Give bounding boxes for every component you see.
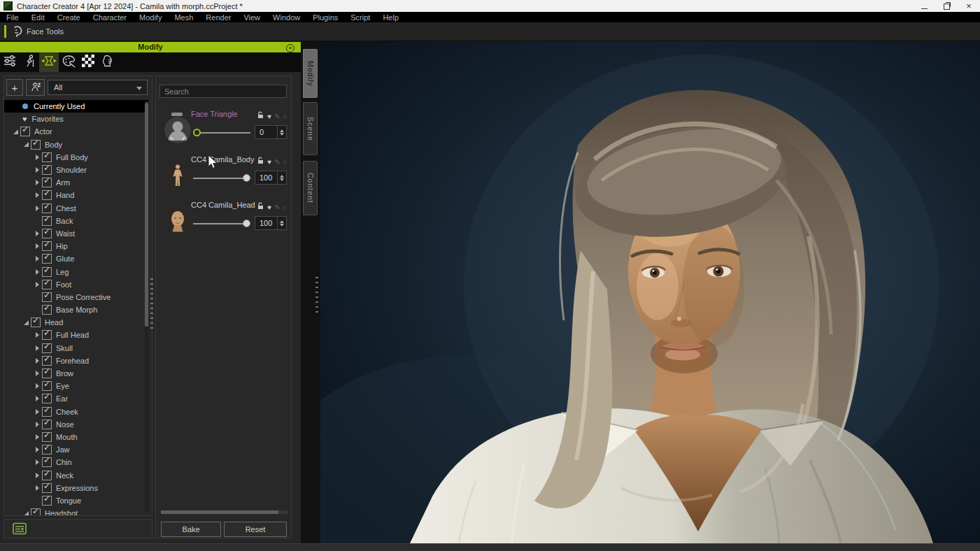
- tree-item-forehead[interactable]: Forehead: [4, 355, 148, 367]
- reset-circle-icon[interactable]: ○: [283, 155, 287, 167]
- menu-file[interactable]: File: [0, 13, 25, 22]
- expander-icon[interactable]: [32, 167, 42, 173]
- expander-icon[interactable]: [32, 358, 42, 364]
- value-spinner[interactable]: [277, 171, 286, 184]
- checkbox[interactable]: [31, 140, 41, 150]
- morph-slider-thumb[interactable]: [193, 129, 201, 136]
- expander-icon[interactable]: [32, 332, 42, 338]
- menu-character[interactable]: Character: [87, 13, 133, 22]
- checkbox[interactable]: [42, 330, 52, 340]
- checkbox[interactable]: [42, 471, 52, 480]
- tree-item-skull[interactable]: Skull: [4, 342, 148, 355]
- tree-item-mouth[interactable]: Mouth: [4, 431, 148, 443]
- expander-icon[interactable]: [32, 396, 42, 401]
- tree-scrollbar-thumb[interactable]: [145, 103, 148, 327]
- morph-slider-name[interactable]: Face Triangle: [191, 110, 238, 118]
- expander-icon[interactable]: [32, 282, 42, 287]
- tree-item-hand[interactable]: Hand: [4, 189, 148, 201]
- face-tools-label[interactable]: Face Tools: [27, 27, 64, 36]
- expander-icon[interactable]: [32, 459, 42, 465]
- checkbox[interactable]: [42, 203, 52, 213]
- tree-item-foot[interactable]: Foot: [4, 278, 148, 291]
- value-spinner[interactable]: [277, 126, 286, 138]
- adjust-sliders-tab[interactable]: [0, 52, 20, 72]
- spinner-up-icon[interactable]: [280, 220, 284, 223]
- checkbox[interactable]: [42, 381, 52, 391]
- tree-item-head[interactable]: Head: [4, 316, 148, 329]
- close-button[interactable]: ×: [958, 0, 980, 12]
- heart-icon[interactable]: ♥: [267, 155, 271, 167]
- spinner-up-icon[interactable]: [280, 129, 284, 132]
- spinner-down-icon[interactable]: [280, 133, 284, 136]
- side-tab-scene[interactable]: Scene: [303, 102, 318, 155]
- tree-item-jaw[interactable]: Jaw: [4, 443, 148, 456]
- expander-icon[interactable]: [32, 422, 42, 427]
- morph-slider-track[interactable]: [193, 178, 250, 179]
- expander-icon[interactable]: [32, 231, 42, 236]
- morph-slider-track[interactable]: [193, 132, 250, 134]
- tree-item-cheek[interactable]: Cheek: [4, 406, 148, 418]
- skingen-head-tab[interactable]: [98, 52, 118, 72]
- morph-thumbnail[interactable]: [164, 162, 191, 189]
- expander-icon[interactable]: [32, 206, 42, 211]
- custom-morph-button[interactable]: [26, 79, 45, 96]
- tree-item-pose-corrective[interactable]: Pose Corrective: [4, 291, 148, 303]
- morph-slider-name[interactable]: CC4 Camila_Body: [191, 155, 254, 164]
- tree-item-base-morph[interactable]: Base Morph: [4, 303, 148, 316]
- expander-icon[interactable]: [32, 383, 42, 389]
- modify-panel-header[interactable]: Modify ×: [0, 42, 301, 52]
- tree-item-glute[interactable]: Glute: [4, 252, 148, 265]
- morph-value-input[interactable]: 100: [255, 171, 287, 185]
- restore-button[interactable]: [935, 0, 958, 12]
- material-palette-tab[interactable]: [59, 52, 78, 72]
- tree-item-favorites[interactable]: ♥Favorites: [4, 113, 148, 125]
- category-filter-dropdown[interactable]: All: [48, 80, 148, 95]
- checkbox[interactable]: [31, 508, 41, 516]
- tree-item-ear[interactable]: Ear: [4, 392, 148, 405]
- morph-slider-name[interactable]: CC4 Camila_Head: [191, 201, 255, 209]
- tree-item-chin[interactable]: Chin: [4, 456, 148, 468]
- tree-item-tongue[interactable]: Tongue: [4, 494, 148, 507]
- checkbox[interactable]: [42, 432, 52, 442]
- expander-icon[interactable]: [32, 180, 42, 185]
- pencil-icon[interactable]: ✎: [274, 155, 280, 167]
- menu-modify[interactable]: Modify: [133, 13, 168, 22]
- horizontal-scrollbar-thumb[interactable]: [161, 510, 278, 514]
- morph-value-input[interactable]: 0: [255, 125, 287, 139]
- tree-item-hip[interactable]: Hip: [4, 240, 148, 252]
- lock-open-icon[interactable]: [257, 155, 264, 167]
- checkbox[interactable]: [42, 496, 52, 506]
- menu-view[interactable]: View: [237, 13, 267, 22]
- morph-thumbnail[interactable]: [164, 117, 191, 143]
- checkbox[interactable]: [42, 280, 52, 289]
- menu-window[interactable]: Window: [267, 13, 306, 22]
- tree-item-back[interactable]: Back: [4, 215, 148, 227]
- checkbox[interactable]: [42, 356, 52, 366]
- expander-icon[interactable]: [21, 511, 31, 516]
- viewport-3d[interactable]: [320, 41, 980, 543]
- menu-mesh[interactable]: Mesh: [168, 13, 199, 22]
- expander-icon[interactable]: [32, 409, 42, 415]
- expander-icon[interactable]: [32, 192, 42, 198]
- expander-icon[interactable]: [32, 371, 42, 376]
- menu-help[interactable]: Help: [376, 13, 405, 22]
- expander-icon[interactable]: [10, 129, 20, 134]
- add-morph-button[interactable]: +: [6, 79, 23, 96]
- panel-close-button[interactable]: ×: [286, 44, 294, 52]
- texture-checker-tab[interactable]: [78, 52, 98, 72]
- bake-button[interactable]: Bake: [161, 522, 221, 537]
- layer-list-icon[interactable]: [13, 522, 27, 536]
- reset-circle-icon[interactable]: ○: [283, 200, 287, 213]
- horizontal-scrollbar[interactable]: [161, 510, 287, 514]
- side-tab-modify[interactable]: Modify: [303, 49, 318, 98]
- checkbox[interactable]: [42, 241, 52, 251]
- checkbox[interactable]: [42, 305, 52, 315]
- checkbox[interactable]: [42, 445, 52, 455]
- viewport-splitter-handle[interactable]: [315, 277, 318, 313]
- tree-item-neck[interactable]: Neck: [4, 468, 148, 481]
- toolbar-drag-handle[interactable]: [4, 25, 6, 38]
- expander-icon[interactable]: [32, 447, 42, 452]
- checkbox[interactable]: [42, 165, 52, 175]
- morph-slider-thumb[interactable]: [243, 174, 250, 182]
- lock-open-icon[interactable]: [257, 200, 264, 213]
